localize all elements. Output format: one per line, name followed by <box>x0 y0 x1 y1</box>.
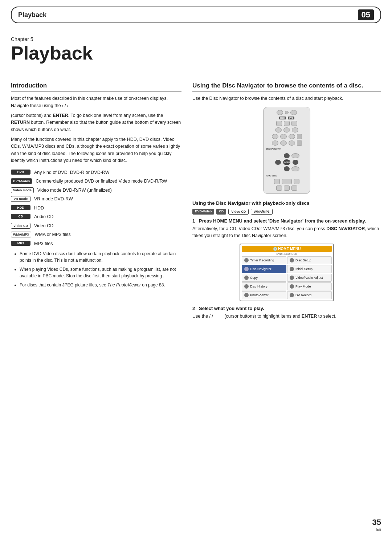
dvdvideo-icon-badge: DVD-Video <box>11 178 32 184</box>
dpad-right <box>293 160 298 165</box>
disc-badges-row: DVD-Video CD Video CD WMA/MP3 <box>192 209 381 215</box>
cd-icon-badge: CD <box>11 214 30 219</box>
initial-setup-label: Initial Setup <box>295 267 313 271</box>
cd-icon-text: Audio CD <box>34 214 54 220</box>
icon-row-dvdvideo: DVD-Video Commercially produced DVD or f… <box>11 178 181 185</box>
copy-icon <box>244 276 249 280</box>
dpad-left <box>275 160 281 165</box>
disc-navigator-label: DISC NAVIGATOR <box>266 148 281 150</box>
initial-setup-icon <box>290 267 294 271</box>
chapter-title: Playback <box>11 43 381 64</box>
icon-legend: DVD Any kind of DVD, DVD-R or DVD-RW DVD… <box>11 170 181 247</box>
vrmode-icon-badge: VR mode <box>11 196 30 202</box>
remote-hdd-dvd-row: HDD DVD <box>279 117 295 119</box>
photo-icon <box>244 293 249 297</box>
home-menu-remote-label: HOME MENU <box>266 175 277 177</box>
wma-icon-text: WMA or MP3 files <box>35 232 71 238</box>
home-menu-label-area: HOME MENU <box>266 175 308 177</box>
remote-hdd-label: HDD <box>279 117 286 119</box>
step2-heading: 2 Select what you want to play. <box>192 306 381 311</box>
remote-row2 <box>276 121 297 126</box>
remote-btn-d2 <box>282 179 292 184</box>
remote-btn-small2 <box>297 140 302 146</box>
top-bar-number: 05 <box>358 9 374 20</box>
menu-dv-record: DV Record <box>287 291 332 299</box>
remote-btn-oval3 <box>275 127 282 133</box>
intro-para-1: Most of the features described in this c… <box>11 95 181 109</box>
intro-para-2: (cursor buttons) and ENTER. To go back o… <box>11 112 181 133</box>
remote-btn-e1 <box>276 186 282 191</box>
remote-btn-oval11 <box>289 140 295 146</box>
icon-row-videocd: Video CD Video CD <box>11 223 181 229</box>
dpad-enter: ENTER <box>283 159 290 165</box>
icon-row-hdd: HDD HDD <box>11 205 181 212</box>
right-column: Using the Disc Navigator to browse the c… <box>192 82 381 320</box>
remote-btn-oval1 <box>277 110 283 115</box>
copy-label: Copy <box>250 276 258 280</box>
timer-icon <box>244 258 249 262</box>
videomode-icon-badge: Video mode <box>11 187 34 193</box>
wma-icon-badge: WMA/MP3 <box>11 232 31 237</box>
disc-nav-icon <box>244 267 249 271</box>
timer-label: Timer Recording <box>250 258 274 262</box>
left-column: Introduction Most of the features descri… <box>11 82 181 320</box>
dpad-down <box>284 166 290 171</box>
photo-label: PhotoViewer <box>250 293 269 297</box>
remote-btn-oval6 <box>272 134 278 139</box>
menu-copy: Copy <box>242 274 286 282</box>
remote-row7 <box>276 186 297 191</box>
history-label: Disc History <box>250 285 268 288</box>
menu-photo-viewer: PhotoViewer <box>242 291 286 299</box>
page-footer: 35 En <box>372 518 381 531</box>
chapter-area: Chapter 5 Playback <box>11 36 381 64</box>
dv-icon <box>290 293 294 297</box>
page-lang: En <box>376 527 381 531</box>
disc-setup-icon <box>290 258 294 262</box>
badge-cd: CD <box>216 209 226 215</box>
remote-btn-a <box>276 121 282 126</box>
remote-btn-b <box>284 121 290 126</box>
dv-label: DV Record <box>295 293 311 297</box>
remote-btn-oval5 <box>292 127 298 133</box>
hdd-icon-badge: HDD <box>11 205 30 210</box>
mp3-icon-badge: MP3 <box>11 241 30 246</box>
bullet-2: When playing Video CDs, some functions, … <box>20 266 181 279</box>
audio-label: Video/Audio Adjust <box>295 276 323 280</box>
step2-heading-text: 2 Select what you want to play. <box>192 306 264 311</box>
step2-text: Use the / / (cursor buttons) to highligh… <box>192 313 381 320</box>
remote-btn-c <box>291 121 297 126</box>
remote-btn-dot <box>285 111 289 114</box>
home-menu-subtitle: DVD RECORDER <box>242 253 332 255</box>
bullet-list: Some DVD-Video discs don't allow certain… <box>15 250 181 288</box>
remote-dvd-label: DVD <box>288 117 295 119</box>
remote-row5 <box>272 140 302 146</box>
icon-row-wma: WMA/MP3 WMA or MP3 files <box>11 232 181 238</box>
remote-btn-below-right <box>291 166 299 171</box>
icon-row-mp3: MP3 MP3 files <box>11 241 181 247</box>
remote-row4 <box>272 134 302 139</box>
remote-btn-oval9 <box>272 140 278 146</box>
remote-btn-oval8 <box>289 134 295 139</box>
menu-disc-history: Disc History <box>242 282 286 290</box>
remote-btn-e3 <box>291 186 297 191</box>
remote-btn-d3 <box>294 179 299 184</box>
menu-play-mode: Play Mode <box>287 282 332 290</box>
remote-btn-oval4 <box>283 127 290 133</box>
menu-disc-navigator: Disc Navigator <box>242 265 286 273</box>
history-icon <box>244 284 249 289</box>
hdd-icon-text: HDD <box>34 205 44 212</box>
home-menu-grid: Timer Recording Disc Setup Disc Navigato… <box>242 256 332 299</box>
remote-btn-oval2 <box>290 110 297 115</box>
play-mode-icon <box>290 284 294 289</box>
mp3-icon-text: MP3 files <box>34 241 53 247</box>
icon-row-vrmode: VR mode VR mode DVD-RW <box>11 196 181 203</box>
videocd-icon-badge: Video CD <box>11 223 30 229</box>
remote-btn-right-area <box>291 153 299 158</box>
top-bar: Playback 05 <box>11 7 381 23</box>
step1-heading: 1 Press HOME MENU and select 'Disc Navig… <box>192 218 381 224</box>
icon-row-dvd: DVD Any kind of DVD, DVD-R or DVD-RW <box>11 170 181 176</box>
home-menu-box: 💿 HOME MENU DVD RECORDER Timer Recording… <box>240 244 334 301</box>
step1-text: Alternatively, for a CD, Video CDor WMA/… <box>192 225 381 240</box>
home-menu-screenshot: 💿 HOME MENU DVD RECORDER Timer Recording… <box>192 244 381 301</box>
dvd-icon-text: Any kind of DVD, DVD-R or DVD-RW <box>34 170 109 176</box>
